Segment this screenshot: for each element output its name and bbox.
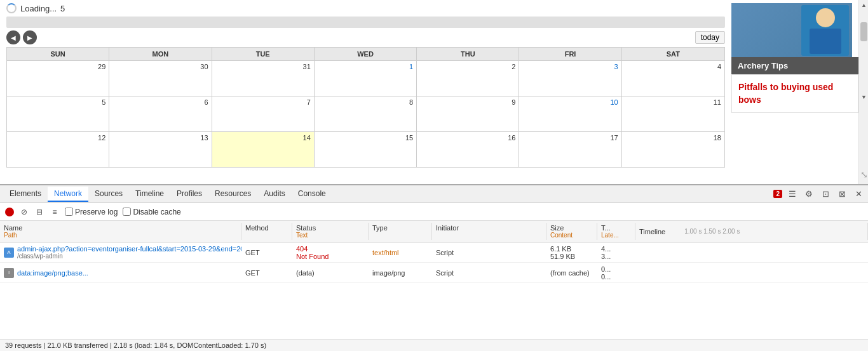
- cal-cell[interactable]: 31: [212, 61, 315, 96]
- cal-cell[interactable]: 9: [417, 96, 519, 131]
- col-tue: TUE: [212, 48, 315, 60]
- cal-cell[interactable]: 15: [315, 132, 417, 167]
- tab-profiles[interactable]: Profiles: [170, 187, 208, 202]
- cal-cell[interactable]: 17: [519, 132, 621, 167]
- head-shape: [816, 8, 835, 27]
- cal-cell[interactable]: 6: [109, 96, 212, 131]
- header-name[interactable]: Name Path: [0, 223, 241, 240]
- tab-sources[interactable]: Sources: [88, 187, 129, 202]
- row1-status: 404 Not Found: [292, 244, 369, 262]
- cal-cell[interactable]: 1: [315, 61, 417, 96]
- scroll-up-btn[interactable]: ▲: [859, 0, 868, 10]
- header-size[interactable]: Size Content: [546, 223, 597, 240]
- scroll-down-btn[interactable]: ▼: [859, 92, 868, 102]
- cal-nav-btns: ◀ ▶: [6, 30, 37, 44]
- settings-icon[interactable]: ⚙: [803, 188, 815, 201]
- disable-cache-checkbox[interactable]: [123, 208, 131, 216]
- today-button[interactable]: today: [695, 31, 725, 44]
- row2-method: GET: [241, 268, 292, 278]
- calendar-body: 29 30 31 1 2 3 4 5 6 7 8 9 10 11 12 13 1…: [6, 61, 725, 168]
- prev-month-btn[interactable]: ◀: [6, 30, 20, 44]
- preserve-log-label[interactable]: Preserve log: [65, 208, 118, 216]
- row2-name-text: data:image/png;base...: [17, 269, 88, 277]
- row2-status: (data): [292, 268, 369, 278]
- cal-cell[interactable]: 4: [622, 61, 724, 96]
- scroll-track: [859, 10, 868, 92]
- cal-cell[interactable]: 5: [7, 96, 109, 131]
- console-lines-icon[interactable]: ☰: [786, 188, 799, 201]
- network-toolbar: ⊘ ⊟ ≡ Preserve log Disable cache: [0, 203, 868, 221]
- record-button[interactable]: [5, 208, 14, 216]
- row1-initiator: Script: [432, 248, 546, 258]
- expand-icon[interactable]: ⤡: [859, 165, 868, 184]
- network-row-2[interactable]: I data:image/png;base... GET (data) imag…: [0, 263, 868, 283]
- col-sun: SUN: [7, 48, 109, 60]
- cal-row-3: 12 13 14 15 16 17 18: [7, 132, 724, 167]
- scrollbar[interactable]: ▲ ▼ ⤡: [858, 0, 868, 184]
- row2-time: 0... 0...: [597, 264, 635, 282]
- tab-audits[interactable]: Audits: [257, 187, 291, 202]
- preserve-log-text: Preserve log: [75, 208, 118, 216]
- cal-cell[interactable]: 16: [417, 132, 519, 167]
- disable-cache-text: Disable cache: [133, 208, 180, 216]
- img-file-icon: I: [4, 268, 14, 278]
- next-month-btn[interactable]: ▶: [23, 30, 37, 44]
- col-sat: SAT: [622, 48, 724, 60]
- header-status[interactable]: Status Text: [292, 223, 369, 240]
- cal-cell-today[interactable]: 14: [212, 132, 315, 167]
- cal-cell[interactable]: 13: [109, 132, 212, 167]
- tab-console[interactable]: Console: [292, 187, 332, 202]
- cal-cell[interactable]: 30: [109, 61, 212, 96]
- network-table-header: Name Path Method Status Text Type Initia…: [0, 221, 868, 242]
- header-type[interactable]: Type: [369, 223, 432, 240]
- cal-cell[interactable]: 18: [622, 132, 724, 167]
- cal-cell[interactable]: 12: [7, 132, 109, 167]
- cal-row-2: 5 6 7 8 9 10 11: [7, 96, 724, 132]
- row1-timeline: [635, 251, 868, 254]
- clear-icon[interactable]: ⊘: [19, 207, 29, 217]
- row1-name: A admin-ajax.php?action=eventorganiser-f…: [0, 244, 241, 261]
- row1-type: text/html: [369, 248, 432, 258]
- header-timeline[interactable]: Timeline 1.00 s 1.50 s 2.00 s: [635, 223, 868, 240]
- archery-tips-content: Pitfalls to buying used bows: [731, 74, 858, 113]
- cal-cell[interactable]: 10: [519, 96, 621, 131]
- cal-cell[interactable]: 8: [315, 96, 417, 131]
- network-summary: 39 requests | 21.0 KB transferred | 2.18…: [0, 339, 868, 351]
- body-shape: [810, 29, 841, 54]
- disable-cache-label[interactable]: Disable cache: [123, 208, 180, 216]
- calendar-loading: Loading... 5: [6, 0, 725, 17]
- close-devtools-icon[interactable]: ✕: [852, 188, 865, 201]
- dock-icon[interactable]: ⊡: [819, 188, 832, 201]
- list-view-icon[interactable]: ≡: [50, 207, 60, 217]
- tab-network[interactable]: Network: [48, 187, 88, 202]
- cal-cell[interactable]: 7: [212, 96, 315, 131]
- scroll-thumb: [860, 22, 867, 41]
- header-time[interactable]: T... Late...: [597, 223, 635, 240]
- col-fri: FRI: [519, 48, 621, 60]
- tab-elements[interactable]: Elements: [3, 187, 48, 202]
- devtools-panel: Elements Network Sources Timeline Profil…: [0, 184, 868, 351]
- header-method[interactable]: Method: [241, 223, 292, 240]
- cal-cell[interactable]: 29: [7, 61, 109, 96]
- tab-resources[interactable]: Resources: [208, 187, 257, 202]
- undock-icon[interactable]: ⊠: [836, 188, 848, 201]
- cal-cell[interactable]: 2: [417, 61, 519, 96]
- cal-row-1: 29 30 31 1 2 3 4: [7, 61, 724, 96]
- preserve-log-checkbox[interactable]: [65, 208, 73, 216]
- calendar-section: Loading... 5 ◀ ▶ today SUN MON TUE WED T…: [0, 0, 731, 184]
- tab-timeline[interactable]: Timeline: [129, 187, 170, 202]
- row2-type: image/png: [369, 268, 432, 278]
- error-badge: 2: [773, 190, 782, 198]
- calendar-nav: ◀ ▶ today: [6, 30, 725, 44]
- col-mon: MON: [109, 48, 212, 60]
- network-row[interactable]: A admin-ajax.php?action=eventorganiser-f…: [0, 242, 868, 263]
- header-initiator[interactable]: Initiator: [432, 223, 546, 240]
- filter-icon[interactable]: ⊟: [34, 207, 44, 217]
- archery-tips-header: Archery Tips: [731, 57, 858, 74]
- archery-link[interactable]: Pitfalls to buying used bows: [738, 82, 833, 105]
- cal-cell[interactable]: 11: [622, 96, 724, 131]
- website-area: Loading... 5 ◀ ▶ today SUN MON TUE WED T…: [0, 0, 868, 184]
- loading-spinner: [6, 3, 17, 13]
- month-bar: [6, 17, 725, 28]
- cal-cell[interactable]: 3: [519, 61, 621, 96]
